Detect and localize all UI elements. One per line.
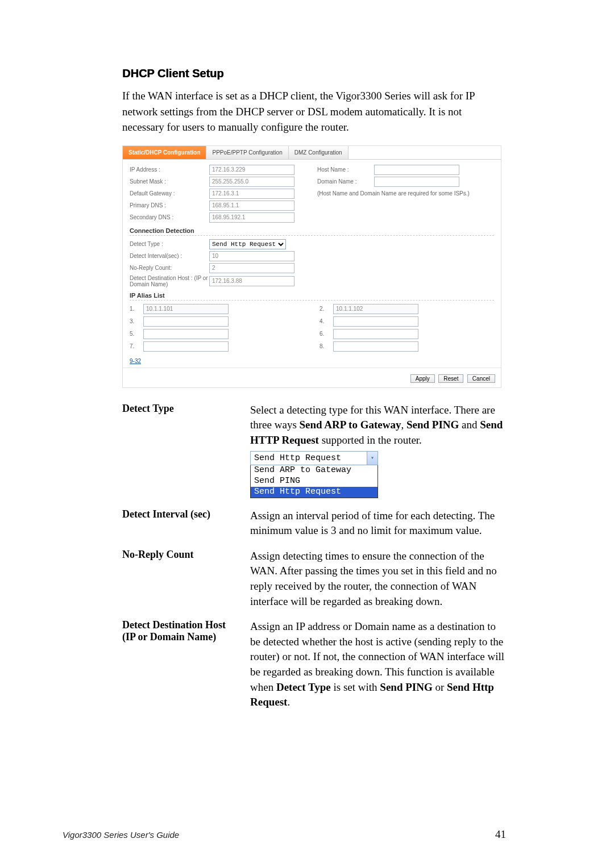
page-number: 41 <box>495 828 506 841</box>
detect-type-select[interactable]: Send Http Request <box>209 239 286 249</box>
intro-paragraph: If the WAN interface is set as a DHCP cl… <box>122 88 506 135</box>
detect-interval-label: Detect Interval(sec) : <box>130 253 209 259</box>
default-gateway-label: Default Gateway : <box>130 190 209 197</box>
alias-index-2: 2. <box>320 306 333 312</box>
primary-dns-input[interactable] <box>209 201 294 211</box>
cancel-button[interactable]: Cancel <box>467 374 495 383</box>
host-name-input[interactable] <box>374 165 459 175</box>
def-dest-host-desc: Assign an IP address or Domain name as a… <box>250 619 506 710</box>
secondary-dns-input[interactable] <box>209 212 294 223</box>
tab-bar: Static/DHCP Configuration PPPoE/PPTP Con… <box>123 146 501 160</box>
alias-input-3[interactable] <box>143 316 229 327</box>
connection-detection-heading: Connection Detection <box>130 227 494 236</box>
def-dest-host-term: Detect Destination Host (IP or Domain Na… <box>122 619 250 643</box>
tab-dmz[interactable]: DMZ Configuration <box>289 146 349 159</box>
alias-index-1: 1. <box>130 306 143 312</box>
alias-input-6[interactable] <box>333 329 418 339</box>
alias-input-2[interactable] <box>333 304 418 314</box>
ip-alias-heading: IP Alias List <box>130 292 494 301</box>
alias-index-6: 6. <box>320 331 333 337</box>
ip-address-label: IP Address : <box>130 166 209 173</box>
tab-static-dhcp[interactable]: Static/DHCP Configuration <box>123 146 206 159</box>
apply-button[interactable]: Apply <box>410 374 435 383</box>
def-no-reply-term: No-Reply Count <box>122 549 250 561</box>
ip-address-input[interactable] <box>209 165 294 175</box>
footer-title: Vigor3300 Series User's Guide <box>63 830 179 840</box>
dropdown-selected[interactable]: Send Http Request <box>251 452 367 465</box>
alias-input-5[interactable] <box>143 329 229 339</box>
def-detect-interval-desc: Assign an interval period of time for ea… <box>250 508 506 539</box>
alias-index-3: 3. <box>130 318 143 324</box>
dropdown-option-arp[interactable]: Send ARP to Gateway <box>251 465 377 476</box>
subnet-mask-input[interactable] <box>209 177 294 187</box>
alias-index-5: 5. <box>130 331 143 337</box>
default-gateway-input[interactable] <box>209 189 294 199</box>
alias-input-8[interactable] <box>333 341 418 352</box>
config-screenshot: Static/DHCP Configuration PPPoE/PPTP Con… <box>122 145 501 388</box>
def-detect-type-term: Detect Type <box>122 403 250 415</box>
button-bar: Apply Reset Cancel <box>123 368 501 387</box>
alias-input-4[interactable] <box>333 316 418 327</box>
reset-button[interactable]: Reset <box>438 374 463 383</box>
tab-pppoe-pptp[interactable]: PPPoE/PPTP Configuration <box>206 146 288 159</box>
no-reply-count-input[interactable] <box>209 263 294 273</box>
secondary-dns-label: Secondary DNS : <box>130 214 209 220</box>
alias-input-1[interactable] <box>143 304 229 314</box>
host-name-label: Host Name : <box>317 166 374 173</box>
alias-input-7[interactable] <box>143 341 229 352</box>
no-reply-count-label: No-Reply Count: <box>130 265 209 271</box>
domain-name-label: Domain Name : <box>317 178 374 185</box>
detect-interval-input[interactable] <box>209 251 294 261</box>
chevron-down-icon[interactable]: ▾ <box>367 452 377 465</box>
ip-alias-grid: 1. 2. 3. 4. 5. 6. 7. 8. <box>130 304 494 352</box>
alias-more-link[interactable]: 9-32 <box>130 358 141 364</box>
def-no-reply-desc: Assign detecting times to ensure the con… <box>250 549 506 609</box>
detect-type-label: Detect Type : <box>130 241 209 247</box>
alias-index-4: 4. <box>320 318 333 324</box>
detect-type-dropdown-sample: Send Http Request ▾ Send ARP to Gateway … <box>250 451 378 498</box>
subnet-mask-label: Subnet Mask : <box>130 178 209 185</box>
section-heading: DHCP Client Setup <box>122 67 506 80</box>
dropdown-option-ping[interactable]: Send PING <box>251 476 377 487</box>
detect-destination-host-label: Detect Destination Host : (IP or Domain … <box>130 275 209 287</box>
isp-note: (Host Name and Domain Name are required … <box>317 190 470 197</box>
domain-name-input[interactable] <box>374 177 459 187</box>
detect-destination-host-input[interactable] <box>209 276 294 286</box>
alias-index-8: 8. <box>320 343 333 349</box>
def-detect-type-desc: Select a detecting type for this WAN int… <box>250 403 506 498</box>
dropdown-option-http[interactable]: Send Http Request <box>251 487 377 498</box>
primary-dns-label: Primary DNS : <box>130 202 209 208</box>
alias-index-7: 7. <box>130 343 143 349</box>
def-detect-interval-term: Detect Interval (sec) <box>122 508 250 520</box>
